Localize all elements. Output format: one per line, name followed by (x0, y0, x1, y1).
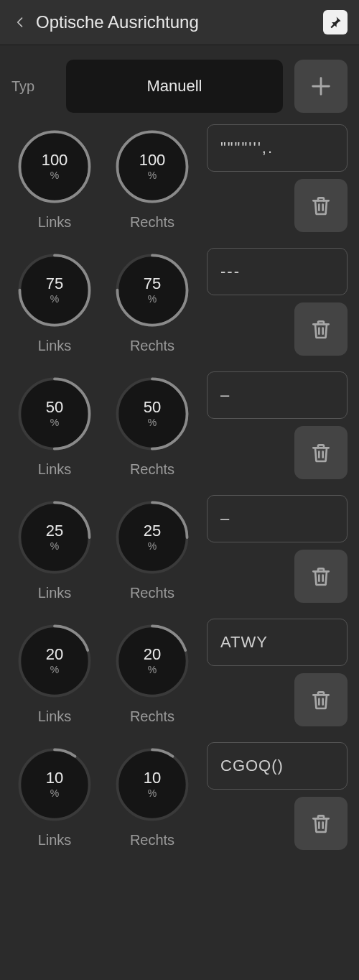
left-dial[interactable]: 20 % (14, 621, 95, 701)
characters-value: --- (220, 262, 241, 281)
panel-title: Optische Ausrichtung (36, 12, 199, 32)
add-rule-button[interactable] (294, 60, 348, 113)
left-dial-unit: % (50, 170, 59, 181)
delete-rule-button[interactable] (294, 550, 348, 603)
type-select[interactable]: Manuell (66, 60, 283, 113)
trash-icon (309, 812, 332, 835)
rule-row: 10 % Links 10 % Rechts CGOQ() (11, 742, 348, 850)
pin-icon (328, 15, 342, 29)
right-dial-value: 75 (144, 276, 161, 292)
right-dial-unit: % (148, 787, 157, 799)
right-dial[interactable]: 10 % (112, 744, 192, 825)
characters-value: ATWY (220, 633, 268, 652)
right-dial-value: 10 (144, 770, 161, 786)
rules-list: 100 % Links 100 % Rechts """"''',. (0, 116, 359, 850)
left-dial-unit: % (50, 664, 59, 675)
characters-value: """"''',. (220, 139, 274, 157)
right-dial-wrap: 25 % Rechts (109, 497, 195, 601)
left-dial-label: Links (38, 214, 72, 231)
rule-row: 50 % Links 50 % Rechts – (11, 371, 348, 479)
delete-rule-button[interactable] (294, 797, 348, 850)
trash-icon (309, 565, 332, 588)
trash-icon (309, 318, 332, 341)
right-dial-label: Rechts (130, 708, 174, 725)
type-row: Typ Manuell (0, 45, 359, 116)
left-dial-unit: % (50, 540, 59, 552)
characters-value: CGOQ() (220, 757, 284, 775)
trash-icon (309, 441, 332, 464)
characters-input[interactable]: --- (207, 248, 348, 295)
right-dial-wrap: 50 % Rechts (109, 374, 195, 478)
left-dial-label: Links (38, 461, 72, 478)
left-dial-wrap: 100 % Links (11, 126, 98, 231)
right-dial-wrap: 100 % Rechts (109, 126, 195, 231)
right-dial-value: 100 (139, 152, 166, 168)
left-dial-unit: % (50, 293, 59, 305)
right-dial-label: Rechts (130, 832, 174, 849)
right-dial[interactable]: 75 % (112, 250, 192, 330)
characters-input[interactable]: – (207, 495, 348, 542)
right-dial[interactable]: 50 % (112, 374, 192, 454)
right-dial-unit: % (148, 293, 157, 305)
pin-button[interactable] (323, 10, 348, 34)
right-dial[interactable]: 25 % (112, 497, 192, 578)
type-select-value: Manuell (146, 77, 202, 96)
left-dial-label: Links (38, 832, 72, 849)
right-dial-value: 25 (144, 523, 161, 539)
left-dial-wrap: 20 % Links (11, 621, 98, 725)
left-dial-wrap: 10 % Links (11, 744, 98, 849)
right-dial-label: Rechts (130, 461, 174, 478)
right-dial-value: 20 (144, 647, 161, 662)
left-dial-label: Links (38, 585, 72, 601)
right-dial-wrap: 75 % Rechts (109, 250, 195, 354)
trash-icon (309, 688, 332, 711)
left-dial-value: 100 (42, 152, 68, 168)
left-dial-label: Links (38, 708, 72, 725)
left-dial-unit: % (50, 417, 59, 428)
right-dial-unit: % (148, 664, 157, 675)
right-dial-unit: % (148, 540, 157, 552)
right-dial-label: Rechts (130, 338, 174, 354)
characters-value: – (220, 509, 230, 528)
panel-header: Optische Ausrichtung (0, 0, 359, 45)
left-dial-wrap: 25 % Links (11, 497, 98, 601)
characters-input[interactable]: ATWY (207, 619, 348, 666)
left-dial-value: 10 (46, 770, 63, 786)
left-dial-value: 20 (46, 647, 63, 662)
back-button[interactable] (11, 14, 29, 31)
left-dial[interactable]: 50 % (14, 374, 95, 454)
left-dial[interactable]: 100 % (14, 126, 95, 207)
right-dial-unit: % (148, 170, 157, 181)
rule-row: 20 % Links 20 % Rechts ATWY (11, 619, 348, 726)
left-dial-label: Links (38, 338, 72, 354)
plus-icon (309, 74, 333, 98)
left-dial[interactable]: 75 % (14, 250, 95, 330)
delete-rule-button[interactable] (294, 426, 348, 479)
left-dial-value: 75 (46, 276, 63, 292)
left-dial-unit: % (50, 787, 59, 799)
characters-input[interactable]: – (207, 371, 348, 419)
left-dial-value: 25 (46, 523, 63, 539)
type-label: Typ (11, 78, 55, 95)
left-dial-wrap: 75 % Links (11, 250, 98, 354)
chevron-left-icon (13, 15, 27, 29)
left-dial[interactable]: 25 % (14, 497, 95, 578)
right-dial-unit: % (148, 417, 157, 428)
characters-input[interactable]: CGOQ() (207, 742, 348, 790)
rule-row: 75 % Links 75 % Rechts --- (11, 248, 348, 356)
delete-rule-button[interactable] (294, 673, 348, 726)
left-dial-wrap: 50 % Links (11, 374, 98, 478)
characters-input[interactable]: """"''',. (207, 124, 348, 172)
right-dial[interactable]: 20 % (112, 621, 192, 701)
right-dial-value: 50 (144, 399, 161, 415)
delete-rule-button[interactable] (294, 302, 348, 356)
right-dial[interactable]: 100 % (112, 126, 192, 207)
rule-row: 100 % Links 100 % Rechts """"''',. (11, 124, 348, 232)
right-dial-label: Rechts (130, 214, 174, 231)
right-dial-wrap: 10 % Rechts (109, 744, 195, 849)
right-dial-wrap: 20 % Rechts (109, 621, 195, 725)
characters-value: – (220, 386, 230, 405)
delete-rule-button[interactable] (294, 179, 348, 232)
left-dial[interactable]: 10 % (14, 744, 95, 825)
left-dial-value: 50 (46, 399, 63, 415)
